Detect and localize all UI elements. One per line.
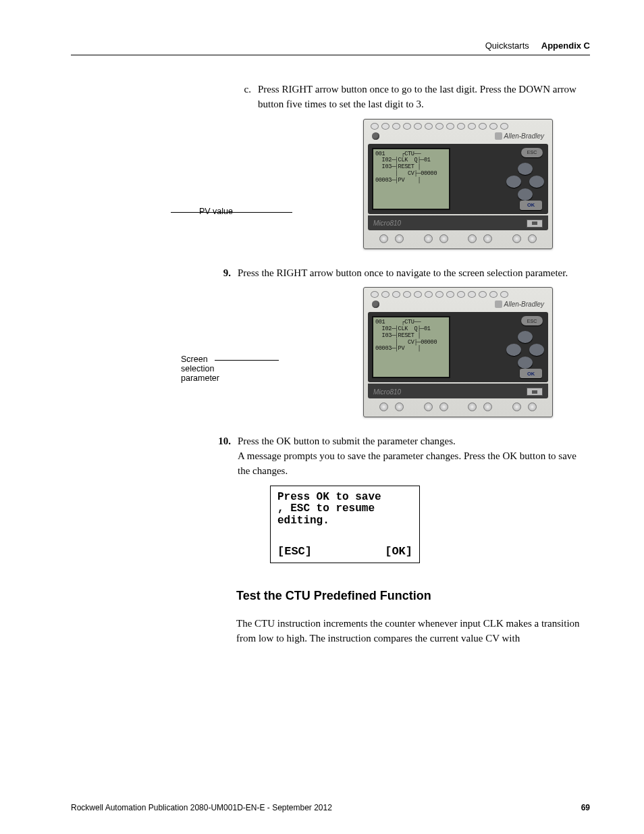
confirm-dialog: Press OK to save , ESC to resume editing…	[270, 486, 420, 563]
subheading-test-ctu: Test the CTU Predefined Function	[236, 589, 590, 603]
figure1-callout: PV value	[199, 207, 233, 216]
esc-button[interactable]: ESC	[521, 148, 543, 157]
step-c-marker: c.	[236, 82, 251, 112]
arrow-right-button[interactable]	[529, 176, 544, 188]
header-appendix: Appendix C	[541, 41, 590, 51]
confirm-ok: [OK]	[385, 546, 412, 558]
step-c: c. Press RIGHT arrow button once to go t…	[236, 82, 590, 112]
running-header: Quickstarts Appendix C	[71, 41, 590, 51]
ab-logo-icon	[495, 132, 502, 140]
step-10: 10. Press the OK button to submit the pa…	[216, 434, 590, 563]
confirm-line1: Press OK to save	[277, 492, 412, 504]
dpad	[506, 331, 544, 369]
step-10-text2: A message prompts you to save the parame…	[238, 449, 590, 479]
arrow-down-button[interactable]	[518, 357, 533, 369]
figure-2: Screen selection parameter Allen-Bradley…	[236, 287, 590, 417]
header-section: Quickstarts	[485, 41, 529, 51]
esc-button[interactable]: ESC	[521, 316, 543, 325]
page-footer: Rockwell Automation Publication 2080-UM0…	[71, 803, 590, 812]
arrow-left-button[interactable]	[506, 344, 521, 356]
ok-button[interactable]: OK	[520, 201, 542, 210]
lcd-screen-2: 001 ┌CTU── I02─┤CLK Q├─01 I03─┤RESET │ │…	[372, 316, 450, 378]
step-9: 9. Press the RIGHT arrow button once to …	[216, 266, 590, 281]
step-10-marker: 10.	[216, 434, 231, 563]
dpad	[506, 163, 544, 201]
brand-label: Allen-Bradley	[495, 301, 544, 308]
step-9-marker: 9.	[216, 266, 231, 281]
status-led	[372, 301, 379, 308]
figure2-callout: Screen selection parameter	[181, 355, 235, 383]
brand-label: Allen-Bradley	[495, 132, 544, 140]
step-c-text: Press RIGHT arrow button once to go to t…	[258, 82, 590, 112]
confirm-line3: editing.	[277, 515, 412, 527]
header-rule	[71, 55, 590, 55]
figure-1: PV value Allen-Bradley 001 ┌CTU── I02─┤C…	[236, 119, 590, 249]
port-icon	[527, 219, 543, 228]
arrow-up-button[interactable]	[518, 331, 533, 343]
confirm-esc: [ESC]	[277, 546, 312, 558]
model-label: Micro810	[373, 388, 401, 396]
ok-button[interactable]: OK	[520, 369, 542, 378]
device-2: Allen-Bradley 001 ┌CTU── I02─┤CLK Q├─01 …	[363, 287, 553, 417]
ab-logo-icon	[495, 301, 502, 308]
port-icon	[527, 388, 543, 396]
status-led	[372, 132, 379, 140]
confirm-line2: , ESC to resume	[277, 503, 412, 515]
body-paragraph: The CTU instruction increments the count…	[236, 617, 590, 646]
arrow-left-button[interactable]	[506, 176, 521, 188]
page-number: 69	[581, 803, 590, 812]
lcd-screen-1: 001 ┌CTU── I02─┤CLK Q├─01 I03─┤RESET │ │…	[372, 148, 450, 210]
arrow-down-button[interactable]	[518, 188, 533, 201]
arrow-right-button[interactable]	[529, 344, 544, 356]
publication-id: Rockwell Automation Publication 2080-UM0…	[71, 803, 332, 812]
arrow-up-button[interactable]	[518, 163, 533, 175]
step-9-text: Press the RIGHT arrow button once to nav…	[238, 266, 590, 281]
step-10-text1: Press the OK button to submit the parame…	[238, 434, 590, 449]
device-1: Allen-Bradley 001 ┌CTU── I02─┤CLK Q├─01 …	[363, 119, 553, 249]
model-label: Micro810	[373, 219, 401, 227]
